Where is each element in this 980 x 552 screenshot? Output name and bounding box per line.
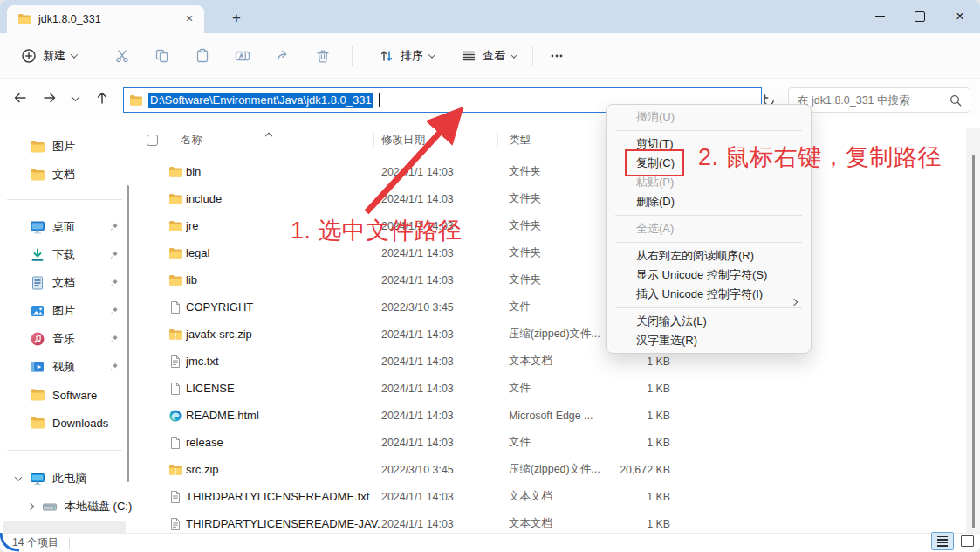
folder-icon [168, 165, 182, 179]
file-date: 2024/1/1 14:03 [381, 166, 509, 178]
sidebar-item[interactable]: 音乐 [0, 325, 140, 353]
see-more-button[interactable] [542, 43, 572, 69]
share-icon [275, 48, 291, 64]
sidebar-item[interactable]: 文档 [0, 269, 140, 297]
file-name: jmc.txt [186, 355, 381, 368]
sidebar-item[interactable]: 视频 [0, 353, 140, 381]
sidebar-item[interactable]: 文档 [0, 161, 140, 189]
sidebar-item-partial[interactable] [3, 521, 126, 533]
folder-icon [30, 139, 45, 155]
details-view-button[interactable] [931, 532, 954, 550]
context-menu-item[interactable]: 关闭输入法(L) [607, 312, 811, 331]
sidebar-scrollbar[interactable] [127, 185, 129, 482]
delete-icon [315, 48, 331, 64]
sidebar-item[interactable]: 下载 [0, 241, 140, 269]
item-count: 14 个项目 [12, 535, 58, 550]
rename-button[interactable] [223, 43, 263, 69]
share-button[interactable] [263, 43, 303, 69]
pin-icon [108, 278, 119, 288]
file-date: 2024/1/1 14:03 [381, 491, 509, 503]
paste-button[interactable] [182, 43, 223, 69]
close-button[interactable]: × [940, 0, 980, 33]
new-button[interactable]: 新建 [14, 43, 84, 69]
cut-button[interactable] [102, 43, 142, 69]
sidebar-item[interactable]: 图片 [0, 133, 140, 161]
statusbar-divider [69, 538, 70, 549]
sidebar-item[interactable]: Downloads [0, 409, 140, 437]
context-menu-separator [615, 242, 802, 243]
column-header-date[interactable]: 修改日期 [381, 133, 509, 148]
new-tab-button[interactable]: + [225, 8, 248, 31]
file-icon [168, 300, 182, 314]
context-menu-item[interactable]: 从右到左的阅读顺序(R) [607, 246, 811, 266]
sidebar-item-label: 视频 [45, 359, 108, 375]
maximize-button[interactable] [900, 0, 940, 33]
tab-close-button[interactable]: × [182, 11, 197, 27]
sidebar-item-label: 本地磁盘 (C:) [58, 499, 140, 514]
recent-locations-button[interactable] [65, 85, 86, 111]
sidebar-item[interactable]: Software [0, 381, 140, 409]
select-all-checkbox[interactable] [147, 135, 158, 146]
column-header-type[interactable]: 类型 [509, 133, 611, 148]
file-row[interactable]: LICENSE2024/1/1 14:03文件1 KB [140, 375, 698, 402]
video-icon [30, 359, 45, 375]
minimize-button[interactable] [860, 0, 900, 33]
explorer-tab[interactable]: jdk1.8.0_331 × [7, 5, 204, 33]
main-scrollbar-track[interactable] [966, 128, 980, 533]
file-row[interactable]: src.zip2022/3/10 3:45压缩(zipped)文件...20,6… [140, 456, 698, 483]
context-menu-separator [615, 307, 802, 308]
file-row[interactable]: THIRDPARTYLICENSEREADME-JAV...2024/1/1 1… [140, 510, 698, 533]
paste-icon [195, 48, 210, 64]
sidebar-item[interactable]: 桌面 [0, 213, 140, 241]
sidebar-item[interactable]: 此电脑 [0, 465, 140, 493]
context-menu-item[interactable]: 插入 Unicode 控制字符(I) [607, 285, 811, 304]
view-button[interactable]: 查看 [454, 43, 524, 69]
context-menu-item-label: 剪切(T) [636, 137, 674, 150]
file-name: LICENSE [186, 382, 381, 395]
pin-icon [108, 250, 119, 260]
context-menu-item[interactable]: 显示 Unicode 控制字符(S) [607, 266, 811, 285]
file-size: 1 KB [611, 410, 670, 422]
file-list: 名称 修改日期 类型 bin2024/1/1 14:03文件夹include20… [140, 118, 980, 533]
folder-icon [30, 167, 45, 183]
forward-button[interactable] [37, 85, 63, 111]
file-size: 1 KB [611, 518, 670, 530]
file-explorer-window: jdk1.8.0_331 × + × 新建 排序 查看 [0, 0, 980, 552]
back-button[interactable] [7, 85, 33, 111]
context-menu-item[interactable]: 删除(D) [607, 192, 811, 211]
file-row[interactable]: THIRDPARTYLICENSEREADME.txt2024/1/1 14:0… [140, 483, 698, 510]
minimize-icon [875, 16, 885, 17]
chevron-right-icon[interactable] [19, 504, 42, 509]
copy-button[interactable] [142, 43, 182, 69]
sort-button[interactable]: 排序 [372, 43, 442, 69]
search-box[interactable] [788, 87, 970, 113]
chevron-down-icon[interactable] [7, 476, 30, 481]
forward-icon [42, 90, 58, 106]
annotation-step1: 1. 选中文件路径 [291, 215, 463, 246]
folder-icon [129, 93, 143, 107]
file-size: 1 KB [611, 491, 670, 503]
chevron-down-icon [71, 93, 79, 101]
file-name: README.html [186, 409, 381, 422]
context-menu-item[interactable]: 汉字重选(R) [607, 331, 811, 350]
context-menu-item-label: 全选(A) [636, 222, 674, 235]
sidebar-item-label: Downloads [45, 417, 140, 430]
address-path-selected[interactable]: D:\Software\Environment\Java\jdk1.8.0_33… [148, 93, 373, 108]
sidebar-item[interactable]: 本地磁盘 (C:) [0, 493, 140, 521]
up-button[interactable] [89, 85, 115, 111]
more-icon [549, 48, 565, 64]
zip-icon [168, 328, 182, 342]
sidebar-item[interactable]: 图片 [0, 297, 140, 325]
search-input[interactable] [789, 94, 949, 107]
content-area: 图片文档桌面下载文档图片音乐视频SoftwareDownloads此电脑本地磁盘… [0, 118, 980, 533]
column-divider[interactable] [497, 133, 498, 147]
column-header-name[interactable]: 名称 [178, 133, 381, 148]
column-divider[interactable] [373, 133, 374, 147]
large-icons-view-button[interactable] [957, 533, 977, 549]
file-row[interactable]: release2024/1/1 14:03文件1 KB [140, 429, 698, 456]
titlebar: jdk1.8.0_331 × + × [0, 0, 980, 33]
delete-button[interactable] [303, 43, 343, 69]
file-name: include [186, 192, 381, 205]
file-row[interactable]: README.html2024/1/1 14:03Microsoft Edge … [140, 402, 698, 429]
main-scrollbar-thumb[interactable] [972, 155, 975, 528]
